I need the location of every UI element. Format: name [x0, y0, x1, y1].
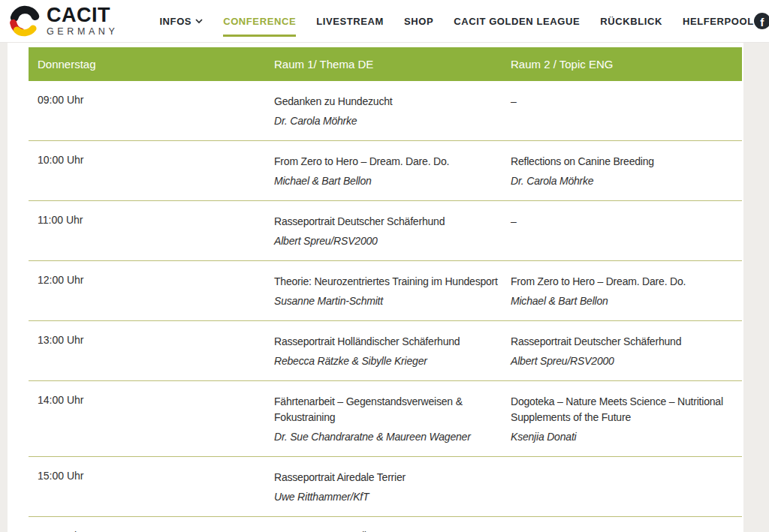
session-time: 12:00 Uhr [29, 274, 274, 309]
session-title: Rasseportrait Deutscher Schäferhund [274, 214, 499, 230]
session-title: From Zero to Hero – Dream. Dare. Do. [274, 154, 499, 170]
session-room1: Fährtenarbeit – Gegenstandsverweisen & F… [274, 394, 511, 445]
session-room1: Rasseportrait Airedale Terrier Uwe Ritth… [274, 470, 511, 505]
session-room1: From Zero to Hero – Dream. Dare. Do. Mic… [274, 154, 511, 189]
schedule-row-1200: 12:00 Uhr Theorie: Neurozentriertes Trai… [29, 261, 742, 321]
brand-name: CACIT [47, 5, 118, 26]
session-speaker: Susanne Martin-Schmitt [274, 293, 499, 309]
session-speaker: Uwe Ritthammer/KfT [274, 489, 499, 505]
nav-item-conference[interactable]: CONFERENCE [223, 16, 296, 27]
chevron-down-icon [195, 19, 203, 24]
session-speaker: Michael & Bart Bellon [274, 173, 499, 189]
content-area: Donnerstag Raum 1/ Thema DE Raum 2 / Top… [8, 43, 743, 532]
session-room2: – [511, 94, 742, 129]
top-nav-bar: CACIT GERMANY INFOS CONFERENCE LIVESTREA… [0, 0, 769, 43]
session-room2: From Zero to Hero – Dream. Dare. Do. Mic… [511, 274, 742, 309]
cacit-swirl-logo-icon [8, 4, 42, 38]
column-header-room2: Raum 2 / Topic ENG [511, 58, 742, 71]
session-room2: – [511, 214, 742, 249]
schedule-row-1600: 16:00 Uhr Der Lumbosakrale Übergang im F… [29, 517, 742, 532]
session-speaker: Dr. Sue Chandraratne & Maureen Wagener [274, 429, 499, 445]
brand-logo[interactable]: CACIT GERMANY [8, 4, 118, 38]
session-title: Reflections on Canine Breeding [511, 154, 730, 170]
schedule-row-1500: 15:00 Uhr Rasseportrait Airedale Terrier… [29, 457, 742, 517]
session-room1: Rasseportrait Deutscher Schäferhund Albe… [274, 214, 511, 249]
session-room2: Dogoteka – Nature Meets Science – Nutrit… [511, 394, 742, 445]
session-speaker: Dr. Carola Möhrke [511, 173, 730, 189]
session-title: Gedanken zu Hundezucht [274, 94, 499, 110]
session-room2: Rasseportrait Deutscher Schäferhund Albe… [511, 334, 742, 369]
nav-item-rueckblick[interactable]: RÜCKBLICK [600, 16, 662, 27]
schedule-row-0900: 09:00 Uhr Gedanken zu Hundezucht Dr. Car… [29, 81, 742, 141]
session-speaker: Albert Spreu/RSV2000 [511, 353, 730, 369]
brand-subname: GERMANY [47, 27, 118, 37]
session-time: 10:00 Uhr [29, 154, 274, 189]
session-speaker: Rebecca Rätzke & Sibylle Krieger [274, 353, 499, 369]
session-time: 15:00 Uhr [29, 470, 274, 505]
schedule-row-1400: 14:00 Uhr Fährtenarbeit – Gegenstandsver… [29, 381, 742, 457]
session-room2 [511, 470, 742, 505]
nav-item-shop[interactable]: SHOP [404, 16, 433, 27]
session-room2: Reflections on Canine Breeding Dr. Carol… [511, 154, 742, 189]
schedule-row-1100: 11:00 Uhr Rasseportrait Deutscher Schäfe… [29, 201, 742, 261]
session-title: Dogoteka – Nature Meets Science – Nutrit… [511, 394, 730, 425]
column-header-room1: Raum 1/ Thema DE [274, 58, 511, 71]
session-title: Rasseportrait Holländischer Schäferhund [274, 334, 499, 350]
schedule-row-1300: 13:00 Uhr Rasseportrait Holländischer Sc… [29, 321, 742, 381]
session-time: 14:00 Uhr [29, 394, 274, 445]
session-title: Theorie: Neurozentriertes Training im Hu… [274, 274, 499, 290]
session-speaker: Albert Spreu/RSV2000 [274, 233, 499, 249]
conference-schedule-table: Donnerstag Raum 1/ Thema DE Raum 2 / Top… [29, 47, 742, 532]
session-time: 11:00 Uhr [29, 214, 274, 249]
nav-item-cacit-golden-league[interactable]: CACIT GOLDEN LEAGUE [454, 16, 580, 27]
page-background: Donnerstag Raum 1/ Thema DE Raum 2 / Top… [0, 43, 769, 532]
schedule-row-1000: 10:00 Uhr From Zero to Hero – Dream. Dar… [29, 141, 742, 201]
nav-item-infos[interactable]: INFOS [159, 16, 203, 27]
session-speaker: Michael & Bart Bellon [511, 293, 730, 309]
session-title: From Zero to Hero – Dream. Dare. Do. [511, 274, 730, 290]
topbar-actions: f [754, 12, 769, 30]
schedule-header-row: Donnerstag Raum 1/ Thema DE Raum 2 / Top… [29, 47, 742, 81]
session-title: Fährtenarbeit – Gegenstandsverweisen & F… [274, 394, 499, 425]
session-time: 13:00 Uhr [29, 334, 274, 369]
session-title: – [511, 214, 730, 230]
main-navigation: INFOS CONFERENCE LIVESTREAM SHOP CACIT G… [159, 16, 753, 27]
nav-item-helferpool[interactable]: HELFERPOOL [683, 16, 754, 27]
facebook-icon[interactable]: f [754, 13, 769, 29]
session-room1: Gedanken zu Hundezucht Dr. Carola Möhrke [274, 94, 511, 129]
session-room1: Rasseportrait Holländischer Schäferhund … [274, 334, 511, 369]
session-title: – [511, 94, 730, 110]
session-speaker: Ksenjia Donati [511, 429, 730, 445]
session-room1: Theorie: Neurozentriertes Training im Hu… [274, 274, 511, 309]
session-speaker: Dr. Carola Möhrke [274, 113, 499, 129]
session-title: Rasseportrait Airedale Terrier [274, 470, 499, 485]
session-time: 09:00 Uhr [29, 94, 274, 129]
session-title: Rasseportrait Deutscher Schäferhund [511, 334, 730, 350]
nav-item-livestream[interactable]: LIVESTREAM [316, 16, 384, 27]
column-header-day: Donnerstag [29, 58, 274, 71]
